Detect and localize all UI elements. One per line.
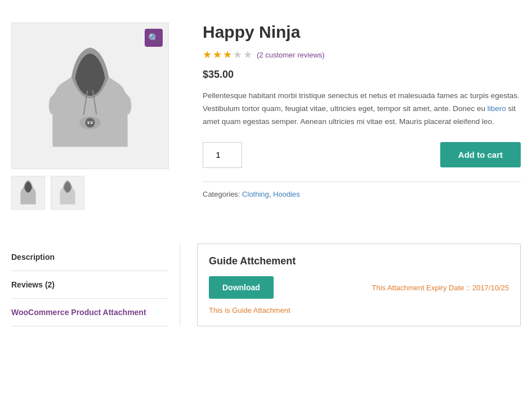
thumb1-image: [17, 179, 39, 207]
svg-rect-4: [87, 121, 93, 123]
attachment-box: Guide Attchement Download This Attachmen…: [197, 244, 521, 326]
star-2: ★: [213, 48, 222, 61]
product-info: Happy Ninja ★ ★ ★ ★ ★ (2 customer review…: [203, 23, 521, 210]
star-1: ★: [203, 48, 212, 61]
zoom-icon: 🔍: [148, 33, 159, 43]
tab-reviews-label: Reviews (2): [11, 280, 55, 289]
divider-1: [203, 181, 521, 182]
star-5: ★: [243, 48, 252, 61]
tab-reviews[interactable]: Reviews (2): [11, 271, 168, 299]
category-hoodies[interactable]: Hoodies: [273, 190, 300, 198]
add-to-cart-button[interactable]: Add to cart: [440, 142, 521, 167]
thumbnail-2[interactable]: [51, 176, 84, 210]
tab-content: Guide Attchement Download This Attachmen…: [180, 244, 521, 326]
star-3: ★: [223, 48, 232, 61]
main-product-image: 🔍: [11, 23, 169, 169]
add-to-cart-row: Add to cart: [203, 142, 521, 168]
product-section: 🔍: [11, 11, 521, 232]
review-link[interactable]: (2 customer reviews): [257, 51, 325, 59]
categories-label: Categories:: [203, 190, 240, 198]
libero-link[interactable]: libero: [488, 104, 506, 113]
category-clothing[interactable]: Clothing: [242, 190, 269, 198]
rating-row: ★ ★ ★ ★ ★ (2 customer reviews): [203, 48, 521, 61]
tab-description-label: Description: [11, 253, 55, 262]
tabs-sidebar: Description Reviews (2) WooCommerce Prod…: [11, 244, 180, 326]
svg-point-5: [88, 122, 90, 124]
expiry-text: This Attachment Expiry Date :: 2017/10/2…: [372, 284, 509, 292]
guide-attachment-link[interactable]: This is Guide Attachment: [209, 306, 290, 315]
zoom-button[interactable]: 🔍: [145, 29, 163, 47]
attachment-row: Download This Attachment Expiry Date :: …: [209, 276, 509, 299]
star-rating: ★ ★ ★ ★ ★: [203, 48, 252, 61]
product-title: Happy Ninja: [203, 23, 521, 42]
download-button[interactable]: Download: [209, 276, 274, 299]
attachment-title: Guide Attchement: [209, 255, 509, 267]
product-price: $35.00: [203, 69, 521, 81]
star-4: ★: [233, 48, 242, 61]
product-description: Pellentesque habitant morbi tristique se…: [203, 90, 521, 129]
thumbnail-1[interactable]: [11, 176, 45, 210]
thumbnail-row: [11, 176, 180, 210]
bottom-section: Description Reviews (2) WooCommerce Prod…: [11, 232, 521, 338]
quantity-input[interactable]: [203, 142, 242, 168]
svg-point-6: [91, 122, 92, 124]
product-images: 🔍: [11, 23, 180, 210]
hoodie-illustration: [45, 39, 135, 152]
tab-description[interactable]: Description: [11, 244, 168, 271]
categories: Categories: Clothing, Hoodies: [203, 190, 521, 198]
tab-woo-attachment-label: WooCommerce Product Attachment: [11, 308, 146, 317]
thumb2-image: [56, 179, 79, 207]
tab-woo-attachment[interactable]: WooCommerce Product Attachment: [11, 299, 168, 326]
